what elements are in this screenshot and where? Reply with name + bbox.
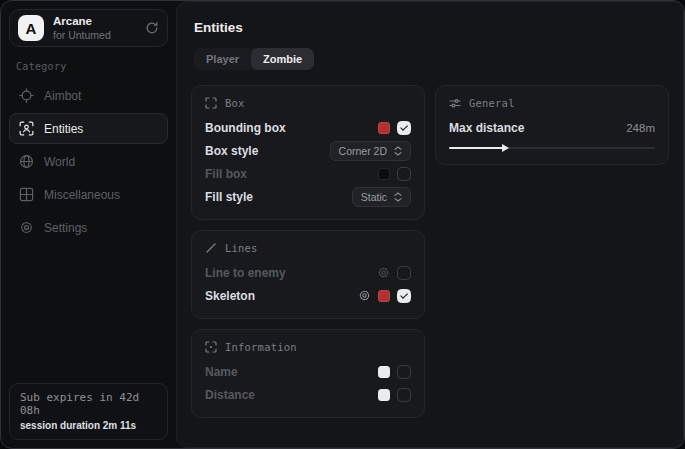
color-swatch[interactable]: [378, 389, 390, 401]
sidebar-item-miscellaneous[interactable]: Miscellaneous: [9, 179, 168, 210]
row-settings-gear-icon[interactable]: [377, 266, 390, 279]
gear-icon: [19, 220, 34, 235]
app-subtitle: for Untumed: [53, 29, 136, 41]
entities-icon: [19, 121, 34, 136]
box-frame-icon: [205, 97, 217, 109]
setting-label: Fill style: [205, 190, 253, 204]
row-settings-gear-icon[interactable]: [358, 289, 371, 302]
sidebar-item-label: Entities: [44, 122, 83, 136]
setting-label: Distance: [205, 388, 255, 402]
color-swatch[interactable]: [378, 290, 390, 302]
scan-icon: [205, 341, 217, 353]
sidebar: A Arcane for Untumed Category Aimbot: [1, 1, 176, 448]
sidebar-item-label: Settings: [44, 221, 87, 235]
app-logo-card: A Arcane for Untumed: [9, 9, 168, 47]
information-card: Information Name Distance: [191, 329, 425, 418]
setting-row: Distance: [205, 383, 411, 406]
tab-player[interactable]: Player: [194, 48, 251, 70]
entity-tabs: Player Zombie: [194, 48, 314, 70]
checkbox[interactable]: [397, 167, 411, 181]
card-title: Information: [225, 341, 297, 353]
setting-label: Bounding box: [205, 121, 286, 135]
box-card: Box Bounding box Box style Corner 2D: [191, 85, 425, 220]
setting-row: Max distance 248m: [449, 116, 655, 139]
card-title: General: [469, 97, 515, 109]
sidebar-item-entities[interactable]: Entities: [9, 113, 168, 144]
lines-card: Lines Line to enemy: [191, 230, 425, 319]
color-swatch[interactable]: [378, 122, 390, 134]
app-logo: A: [18, 15, 44, 41]
sidebar-item-label: Miscellaneous: [44, 188, 120, 202]
checkbox[interactable]: [397, 388, 411, 402]
setting-label: Skeleton: [205, 289, 255, 303]
card-title: Lines: [225, 242, 258, 254]
page-title: Entities: [194, 20, 669, 35]
setting-row: Skeleton: [205, 284, 411, 307]
globe-icon: [19, 154, 34, 169]
checkbox[interactable]: [397, 266, 411, 280]
setting-row: Name: [205, 360, 411, 383]
dropdown-value: Static: [361, 191, 387, 203]
setting-label: Box style: [205, 144, 258, 158]
app-name: Arcane: [53, 15, 136, 28]
setting-row: Fill box: [205, 162, 411, 185]
checkbox[interactable]: [397, 289, 411, 303]
setting-row: Box style Corner 2D: [205, 139, 411, 162]
setting-label: Name: [205, 365, 238, 379]
checkbox[interactable]: [397, 365, 411, 379]
setting-label: Line to enemy: [205, 266, 286, 280]
sidebar-item-label: Aimbot: [44, 89, 81, 103]
setting-row: Line to enemy: [205, 261, 411, 284]
setting-label: Fill box: [205, 167, 247, 181]
sliders-icon: [449, 97, 461, 109]
sidebar-item-settings[interactable]: Settings: [9, 212, 168, 243]
sync-icon[interactable]: [145, 21, 159, 35]
color-swatch[interactable]: [378, 366, 390, 378]
tab-zombie[interactable]: Zombie: [251, 48, 314, 70]
general-card: General Max distance 248m: [435, 85, 669, 165]
category-label: Category: [16, 61, 162, 72]
checkbox[interactable]: [397, 121, 411, 135]
max-distance-value: 248m: [626, 122, 655, 134]
setting-row: Fill style Static: [205, 185, 411, 208]
slider-fill: [449, 147, 503, 149]
crosshair-icon: [19, 88, 34, 103]
sub-expires-text: Sub expires in 42d 08h: [20, 391, 157, 417]
setting-row: Bounding box: [205, 116, 411, 139]
chevron-up-down-icon: [394, 192, 402, 202]
setting-label: Max distance: [449, 121, 524, 135]
box-style-dropdown[interactable]: Corner 2D: [330, 141, 411, 161]
main-panel: Entities Player Zombie Box: [176, 1, 684, 448]
line-icon: [205, 242, 217, 254]
settings-content: Box Bounding box Box style Corner 2D: [191, 85, 669, 418]
sidebar-item-aimbot[interactable]: Aimbot: [9, 80, 168, 111]
max-distance-slider[interactable]: [449, 143, 655, 153]
fill-style-dropdown[interactable]: Static: [352, 187, 411, 207]
sidebar-item-world[interactable]: World: [9, 146, 168, 177]
grid-icon: [19, 187, 34, 202]
sidebar-item-label: World: [44, 155, 75, 169]
chevron-up-down-icon: [394, 146, 402, 156]
sidebar-nav: Aimbot Entities World: [9, 80, 168, 243]
color-swatch[interactable]: [378, 168, 390, 180]
dropdown-value: Corner 2D: [339, 145, 387, 157]
subscription-info: Sub expires in 42d 08h session duration …: [9, 383, 168, 440]
session-duration-text: session duration 2m 11s: [20, 420, 157, 431]
app-window: A Arcane for Untumed Category Aimbot: [0, 0, 685, 449]
card-title: Box: [225, 97, 245, 109]
